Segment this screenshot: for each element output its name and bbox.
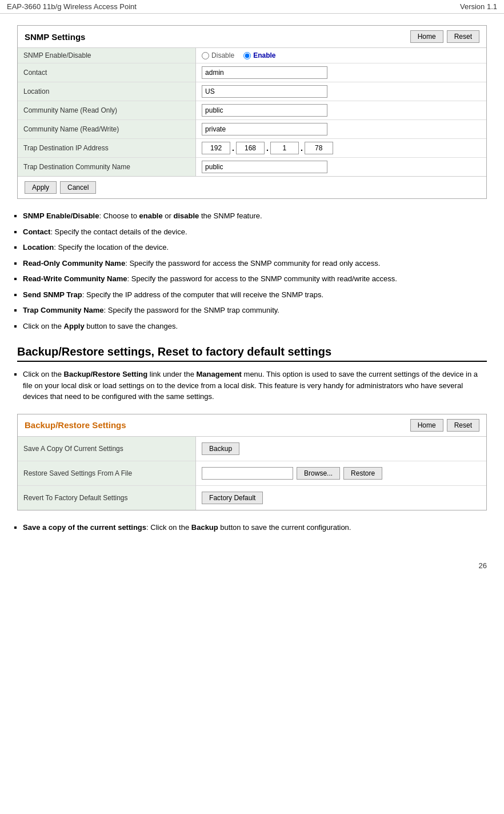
trap-community-value [196,158,486,177]
snmp-panel-header: SNMP Settings Home Reset [18,26,486,48]
table-row: SNMP Enable/Disable Disable Enable [18,48,486,63]
community-read-label: Community Name (Read Only) [18,101,196,120]
bold-backup-word: Backup [191,523,218,532]
location-input[interactable] [202,85,327,98]
backup-section-heading: Backup/Restore settings, Reset to factor… [17,345,487,362]
ip-octet-4[interactable] [305,142,333,154]
backup-header-buttons: Home Reset [410,419,479,432]
intro-prefix: Click on the [23,370,64,378]
snmp-disable-option[interactable]: Disable [202,51,234,59]
community-read-value [196,101,486,120]
list-item: Read-Only Community Name: Specify the pa… [23,258,487,269]
backup-panel-header: Backup/Restore Settings Home Reset [18,414,486,437]
list-item: Click on the Apply button to save the ch… [23,321,487,332]
contact-input[interactable] [202,66,327,79]
browse-button[interactable]: Browse... [297,467,340,480]
desc-text: : Specify the contact details of the dev… [50,228,187,236]
snmp-home-button[interactable]: Home [410,30,443,43]
term-send-snmp-trap: Send SNMP Trap [23,290,82,299]
community-write-label: Community Name (Read/Write) [18,120,196,139]
backup-panel-title: Backup/Restore Settings [25,420,126,430]
restore-value: Browse... Restore [196,461,486,485]
factory-default-button[interactable]: Factory Default [202,492,263,504]
page-footer: 26 [0,556,504,576]
save-copy-text2: button to save the current configuration… [218,523,351,532]
bold-enable: enable [139,212,163,220]
save-copy-text: : Click on the [146,523,191,532]
backup-settings-table: Save A Copy Of Current Settings Backup R… [18,437,486,510]
location-label: Location [18,82,196,101]
desc-text: : Specify the location of the device. [54,243,169,252]
list-item: Send SNMP Trap: Specify the IP address o… [23,289,487,301]
snmp-enable-label: SNMP Enable/Disable [18,48,196,63]
snmp-header-buttons: Home Reset [410,30,479,43]
term-save-copy: Save a copy of the current settings [23,523,146,532]
desc-text: : Choose to [99,212,139,220]
snmp-settings-panel: SNMP Settings Home Reset SNMP Enable/Dis… [17,25,487,199]
table-row: Contact [18,63,486,82]
snmp-enable-text: Enable [253,51,275,59]
list-item: Location: Specify the location of the de… [23,242,487,253]
desc-text: : Specify the password for access the SN… [125,259,380,268]
location-value [196,82,486,101]
snmp-reset-button[interactable]: Reset [447,30,479,43]
snmp-panel-title: SNMP Settings [25,32,85,42]
desc-text: or [163,212,174,220]
snmp-radio-group: Disable Enable [202,51,481,59]
snmp-enable-option[interactable]: Enable [243,51,275,59]
page-content: SNMP Settings Home Reset SNMP Enable/Dis… [0,14,504,556]
snmp-settings-table: SNMP Enable/Disable Disable Enable [18,48,486,176]
desc-text: the SNMP feature. [199,212,262,220]
table-row: Save A Copy Of Current Settings Backup [18,437,486,461]
table-row: Community Name (Read Only) [18,101,486,120]
snmp-cancel-button[interactable]: Cancel [60,181,96,194]
snmp-disable-text: Disable [211,51,234,59]
desc-text: : Specify the password for the SNMP trap… [104,306,279,314]
list-item: Trap Community Name: Specify the passwor… [23,305,487,316]
factory-default-label: Revert To Factory Default Settings [18,485,196,510]
bold-backup-restore: Backup/Restore Setting [64,370,148,378]
backup-home-button[interactable]: Home [410,419,443,432]
snmp-enable-value: Disable Enable [196,48,486,63]
contact-value [196,63,486,82]
list-item: Save a copy of the current settings: Cli… [23,522,487,533]
list-item: Read-Write Community Name: Specify the p… [23,273,487,285]
desc-text: Click on the [23,322,64,330]
ip-octet-3[interactable] [270,142,299,154]
ip-address-group: . . . [202,142,481,154]
snmp-disable-radio[interactable] [202,52,209,59]
save-copy-list: Save a copy of the current settings: Cli… [17,522,487,533]
desc-text: button to save the changes. [85,322,178,330]
trap-ip-value: . . . [196,139,486,158]
snmp-apply-button[interactable]: Apply [25,181,57,194]
trap-community-input[interactable] [202,161,327,173]
ip-octet-2[interactable] [236,142,265,154]
contact-label: Contact [18,63,196,82]
backup-button[interactable]: Backup [202,442,239,455]
table-row: Revert To Factory Default Settings Facto… [18,485,486,510]
snmp-enable-radio[interactable] [243,52,251,59]
desc-text: : Specify the password for access to the… [127,274,397,283]
intro-text: link under the [147,370,196,378]
trap-community-label: Trap Destination Community Name [18,158,196,177]
term-trap-community: Trap Community Name [23,306,104,314]
ip-octet-1[interactable] [202,142,230,154]
list-item: Contact: Specify the contact details of … [23,226,487,238]
list-item: Click on the Backup/Restore Setting link… [23,369,487,402]
community-write-value [196,120,486,139]
snmp-panel-footer: Apply Cancel [18,176,486,198]
restore-label: Restore Saved Settings From A File [18,461,196,485]
backup-reset-button[interactable]: Reset [447,419,479,432]
page-number: 26 [479,561,487,570]
desc-text: : Specify the IP address of the computer… [82,290,323,299]
restore-file-input[interactable] [202,467,293,480]
community-write-input[interactable] [202,123,327,135]
list-item: SNMP Enable/Disable: Choose to enable or… [23,210,487,222]
page-title: EAP-3660 11b/g Wireless Access Point [7,2,137,11]
table-row: Trap Destination IP Address . . . [18,139,486,158]
community-read-input[interactable] [202,104,327,117]
backup-intro-list: Click on the Backup/Restore Setting link… [17,369,487,402]
term-snmp-enable: SNMP Enable/Disable [23,212,99,220]
bold-apply: Apply [64,322,85,330]
restore-button[interactable]: Restore [343,467,382,480]
